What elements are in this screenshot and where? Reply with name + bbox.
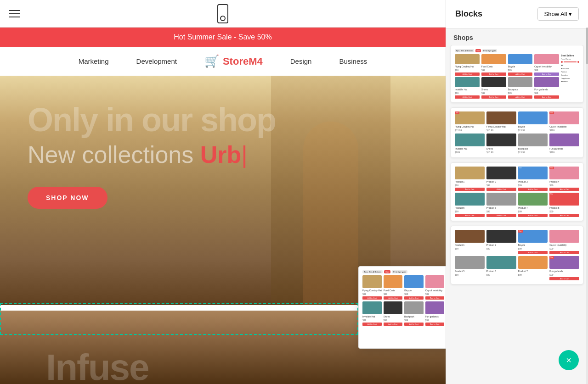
b4-p8: New Fun garlands $99 Add to Cart (549, 256, 579, 280)
site-logo: 🛒 StoreM4 (204, 54, 263, 68)
b3-p6: Product 6 $99 Add to Cart (486, 193, 516, 217)
b4-p1: Product 1 $99 (455, 230, 485, 254)
mini-shop-layout: Flying Cowboy Hat $99 Add to Cart Food C… (362, 275, 446, 326)
b4-p6: Product 6 $99 (486, 256, 516, 280)
mini-img-3 (404, 275, 423, 288)
hero-content: Only in our shop New collections Urb| SH… (28, 103, 276, 209)
panel-header: Blocks Show All ▾ (446, 0, 588, 28)
b3-grid-2: Product 5 $99 Add to Cart Product 6 $99 … (455, 193, 579, 217)
b2-p8: Fun garlands $199 (549, 134, 579, 154)
b1-products: Flying Cowboy Hat $99 Add to Cart Food C… (455, 54, 559, 99)
hero-accent-text: Urb (200, 141, 242, 168)
b1-p2: Food Carts $99 Add to Cart (481, 54, 506, 76)
b4-p5: Product 5 $99 (455, 256, 485, 280)
nav-link-business[interactable]: Business (339, 57, 367, 65)
b1-p7: Backpack $99 Add to Cart (508, 77, 533, 99)
block-thumbnail-4[interactable]: Product 1 $99 Product 2 $99 New Bicycle … (451, 226, 583, 284)
b2-p2: Flying Cowboy Hat $13.99 (486, 111, 516, 132)
b2-p1: New Flying Cowboy Hat $13.99 (455, 111, 485, 132)
mini-product-2: Food Carts $99 Add to Cart (384, 275, 402, 300)
b1-p5: Invisible Hat $99 Add to Cart (455, 77, 480, 99)
nav-link-design[interactable]: Design (290, 57, 312, 65)
hero-title-main: Only in our shop (28, 103, 276, 136)
b3-p4: New Product 4 $99 Add to Cart (549, 167, 579, 191)
b2-p7: Backpack $13.99 (518, 134, 548, 154)
filter-new: First style types (392, 270, 407, 273)
panel-title: Blocks (455, 9, 482, 19)
b3-p1: Product 1 $99 Add to Cart (455, 167, 485, 191)
mini-product-6: Shoes $99 Add to Cart (384, 301, 403, 326)
announcement-bar: Hot Summer Sale - Save 50% (0, 28, 446, 47)
mobile-view-toggle[interactable] (217, 4, 228, 23)
hero-title-sub: New collections Urb| (28, 141, 276, 168)
block-thumbnail-3[interactable]: Product 1 $99 Add to Cart Product 2 $99 … (451, 162, 583, 221)
hero-cursor: | (241, 141, 248, 168)
floating-preview-card: Tops, Sets & Bottoms Sale First style ty… (358, 266, 446, 349)
mini-product-7: Backpack $99 Add to Cart (404, 301, 424, 326)
mini-filter-bar: Tops, Sets & Bottoms Sale First style ty… (362, 270, 446, 273)
mini-img-8 (425, 301, 445, 314)
filter-sale: Sale (384, 270, 390, 273)
right-panel: Blocks Show All ▾ Shops Tops, Sets & Bot… (446, 0, 588, 384)
b1-p4: Cap of Invisibility $99 Add to Cart (534, 54, 559, 76)
panel-scroll-area[interactable]: Tops, Sets & Bottoms Sale First style ty… (446, 45, 588, 384)
hamburger-menu[interactable] (9, 10, 20, 17)
panel-section-shops: Shops (446, 28, 588, 45)
mini-img-5 (362, 301, 382, 314)
b1-p1: Flying Cowboy Hat $99 Add to Cart (455, 54, 480, 76)
b3-p3: New Product 3 $99 Add to Cart (518, 167, 548, 191)
mini-product-1: Flying Cowboy Hat $99 Add to Cart (362, 275, 382, 300)
b2-grid-2: Invisible Hat $999 Shoes $13.99 Backpack… (455, 134, 579, 154)
b1-grid-2: Invisible Hat $99 Add to Cart Shoes $99 … (455, 77, 559, 99)
shop-now-button[interactable]: SHOP NOW (28, 187, 107, 209)
close-button[interactable]: × (559, 350, 579, 370)
b1-grid-1: Flying Cowboy Hat $99 Add to Cart Food C… (455, 54, 559, 76)
b1-layout: Flying Cowboy Hat $99 Add to Cart Food C… (455, 54, 579, 99)
mini-grid-row-2: Invisible Hat $99 Add to Cart Shoes $99 … (362, 301, 444, 326)
block-thumbnail-2[interactable]: New Flying Cowboy Hat $13.99 Flying Cowb… (451, 107, 583, 158)
b2-p5: Invisible Hat $999 (455, 134, 485, 154)
selection-box (0, 303, 358, 335)
b2-p6: Shoes $13.99 (486, 134, 516, 154)
b1-p8: Fun garlands $99 Add to Cart (534, 77, 559, 99)
mini-img-6 (384, 301, 403, 314)
site-nav: Marketing Development 🛒 StoreM4 Design B… (0, 47, 446, 76)
announcement-text: Hot Summer Sale - Save 50% (174, 33, 271, 41)
block-3-content: Product 1 $99 Add to Cart Product 2 $99 … (451, 163, 583, 221)
mini-img-4 (425, 275, 444, 288)
mini-img-7 (404, 301, 424, 314)
phone-icon (217, 4, 228, 23)
top-toolbar (0, 0, 446, 28)
show-all-button[interactable]: Show All ▾ (537, 7, 579, 21)
b1-filter-bar: Tops, Sets & Bottoms Sale First style ty… (455, 49, 579, 52)
b3-grid-1: Product 1 $99 Add to Cart Product 2 $99 … (455, 167, 579, 191)
b2-grid-1: New Flying Cowboy Hat $13.99 Flying Cowb… (455, 111, 579, 132)
mini-product-3: Bicycle $99 Add to Cart (404, 275, 423, 300)
b1-p3: Bicycle $99 Add to Cart (508, 54, 533, 76)
infuse-text: Infuse (46, 346, 149, 384)
b2-p4: New Cap of invisibility $199 (549, 111, 579, 132)
website-preview: Hot Summer Sale - Save 50% Marketing Dev… (0, 28, 446, 384)
mini-grid-row-1: Flying Cowboy Hat $99 Add to Cart Food C… (362, 275, 444, 300)
mini-product-5: Invisible Hat $99 Add to Cart (362, 301, 382, 326)
block-1-content: Tops, Sets & Bottoms Sale First style ty… (451, 45, 583, 102)
block-4-content: Product 1 $99 Product 2 $99 New Bicycle … (451, 226, 583, 284)
b3-p2: Product 2 $99 Add to Cart (486, 167, 516, 191)
b1-sidebar: Best Sellers Price Range All Awesome Per… (561, 54, 579, 99)
b3-p5: Product 5 $99 Add to Cart (455, 193, 485, 217)
b3-p7: Product 7 $99 Add to Cart (518, 193, 548, 217)
b4-p3: New Bicycle $99 Add to Cart (518, 230, 548, 254)
mini-img-2 (384, 275, 402, 288)
b4-grid-2: Product 5 $99 Product 6 $99 Product 7 $9… (455, 256, 579, 280)
b3-p8: New Product 8 $99 Add to Cart (549, 193, 579, 217)
b4-p2: Product 2 $99 (486, 230, 516, 254)
nav-link-development[interactable]: Development (136, 57, 177, 65)
b4-grid-1: Product 1 $99 Product 2 $99 New Bicycle … (455, 230, 579, 254)
nav-link-marketing[interactable]: Marketing (79, 57, 109, 65)
block-thumbnail-1[interactable]: Tops, Sets & Bottoms Sale First style ty… (451, 45, 583, 103)
b1-p6: Shoes $99 Add to Cart (481, 77, 506, 99)
block-2-content: New Flying Cowboy Hat $13.99 Flying Cowb… (451, 108, 583, 157)
logo-text: StoreM4 (223, 56, 263, 67)
mini-products-grid: Flying Cowboy Hat $99 Add to Cart Food C… (362, 275, 444, 326)
b2-p3: Bicycle $13.99 (518, 111, 548, 132)
